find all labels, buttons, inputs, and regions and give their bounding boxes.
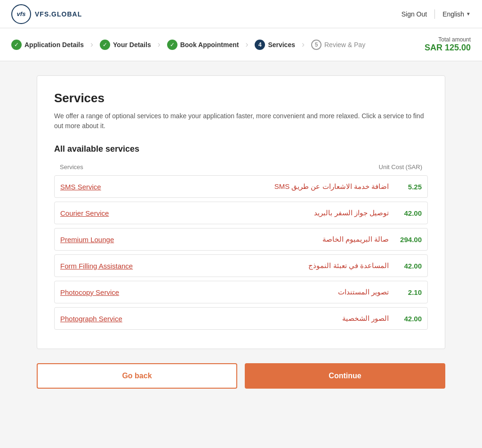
step-label-your-details: Your Details [113,41,151,49]
table-header: Services Unit Cost (SAR) [54,162,428,172]
service-name-en-premium-lounge[interactable]: Premium Lounge [60,236,150,244]
total-amount-label: Total amount [425,36,471,43]
step-your-details[interactable]: ✓ Your Details [100,40,158,50]
service-names-form-filling: Form Filling Assistanceالمساعدة في تعبئة… [60,261,389,270]
col-header-services: Services [60,163,83,171]
step-label-book-appointment: Book Appointment [180,41,239,49]
service-cost-form-filling: 42.00 [389,262,422,270]
service-row-premium-lounge[interactable]: Premium Loungeصالة البريميوم الخاصة294.0… [54,228,428,251]
step-separator-3: › [245,40,248,49]
step-application-details[interactable]: ✓ Application Details [11,40,90,50]
service-name-ar-photocopy: تصوير المستندات [157,288,389,296]
step-label-services: Services [268,41,295,49]
logo-area: vfs VFS.GLOBAL [11,4,82,24]
service-name-en-photograph[interactable]: Photograph Service [60,315,150,323]
step-num-icon-5: 5 [311,40,321,50]
service-name-ar-photograph: الصور الشخصية [157,314,389,323]
step-review-pay[interactable]: 5 Review & Pay [311,40,372,50]
language-label: English [442,10,464,18]
services-card: Services We offer a range of optional se… [37,75,445,349]
step-label-review-pay: Review & Pay [324,41,365,49]
header-divider [434,9,435,19]
service-names-photocopy: Photocopy Serviceتصوير المستندات [60,288,389,296]
service-row-photograph[interactable]: Photograph Serviceالصور الشخصية42.00 [54,307,428,330]
services-description: We offer a range of optional services to… [54,111,428,131]
services-list: SMS Serviceاضافة خدمة الاشعارات عن طريق … [54,175,428,330]
service-names-courier: Courier Serviceتوصيل جواز السفر بالبريد [60,209,389,217]
step-services[interactable]: 4 Services [255,40,302,50]
service-name-en-courier[interactable]: Courier Service [60,209,150,217]
service-cost-premium-lounge: 294.00 [389,236,422,244]
footer-buttons: Go back Continue [29,363,453,389]
service-row-photocopy[interactable]: Photocopy Serviceتصوير المستندات2.10 [54,281,428,303]
service-name-ar-premium-lounge: صالة البريميوم الخاصة [157,235,389,244]
go-back-button[interactable]: Go back [37,363,237,389]
service-names-photograph: Photograph Serviceالصور الشخصية [60,314,389,323]
service-row-form-filling[interactable]: Form Filling Assistanceالمساعدة في تعبئة… [54,254,428,277]
stepper-bar: ✓ Application Details › ✓ Your Details ›… [0,28,482,61]
service-names-premium-lounge: Premium Loungeصالة البريميوم الخاصة [60,235,389,244]
service-name-ar-courier: توصيل جواز السفر بالبريد [157,209,389,217]
available-services-title: All available services [54,144,428,154]
service-name-ar-form-filling: المساعدة في تعبئة النموذج [157,261,389,270]
sign-out-button[interactable]: Sign Out [402,10,427,18]
header: vfs VFS.GLOBAL Sign Out English ▼ [0,0,482,28]
brand-name: VFS.GLOBAL [35,10,82,18]
service-cost-sms: 5.25 [389,183,422,191]
logo-icon: vfs [11,4,31,24]
language-selector[interactable]: English ▼ [442,10,471,18]
service-row-sms[interactable]: SMS Serviceاضافة خدمة الاشعارات عن طريق … [54,175,428,198]
chevron-down-icon: ▼ [466,11,471,16]
total-amount-value: SAR 125.00 [425,43,471,53]
header-right: Sign Out English ▼ [402,9,471,19]
step-separator-2: › [158,40,161,49]
col-header-cost: Unit Cost (SAR) [379,163,422,171]
continue-button[interactable]: Continue [245,363,445,389]
service-name-ar-sms: اضافة خدمة الاشعارات عن طريق SMS [157,182,389,191]
main-content: Services We offer a range of optional se… [29,75,453,349]
step-label-application-details: Application Details [24,41,84,49]
step-separator-4: › [302,40,305,49]
service-cost-photograph: 42.00 [389,315,422,323]
stepper-steps: ✓ Application Details › ✓ Your Details ›… [11,40,372,50]
step-check-icon-2: ✓ [100,40,110,50]
step-book-appointment[interactable]: ✓ Book Appointment [167,40,246,50]
service-name-en-sms[interactable]: SMS Service [60,183,150,191]
step-check-icon: ✓ [11,40,22,50]
step-separator-1: › [90,40,93,49]
service-names-sms: SMS Serviceاضافة خدمة الاشعارات عن طريق … [60,182,389,191]
step-num-icon-4: 4 [255,40,265,50]
service-cost-photocopy: 2.10 [389,288,422,296]
step-check-icon-3: ✓ [167,40,177,50]
total-amount: Total amount SAR 125.00 [425,36,471,53]
services-title: Services [54,91,428,106]
service-cost-courier: 42.00 [389,209,422,217]
service-name-en-photocopy[interactable]: Photocopy Service [60,288,150,296]
service-row-courier[interactable]: Courier Serviceتوصيل جواز السفر بالبريد4… [54,202,428,224]
service-name-en-form-filling[interactable]: Form Filling Assistance [60,262,150,270]
